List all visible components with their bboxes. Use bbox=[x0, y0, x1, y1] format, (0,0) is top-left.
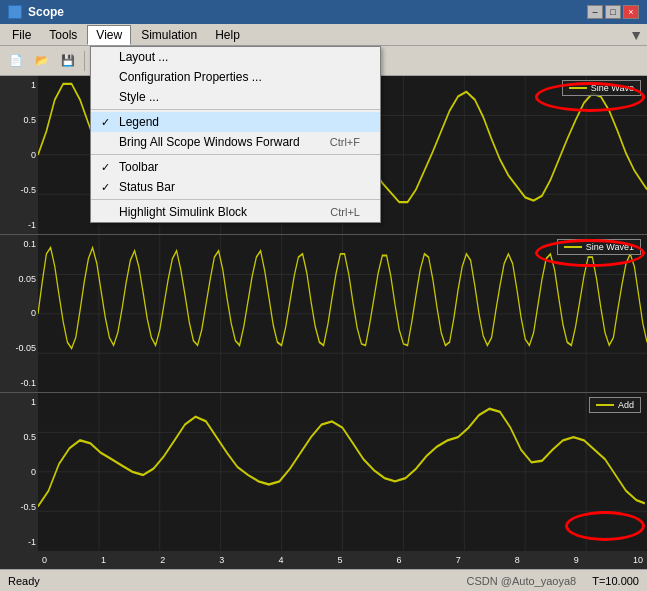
open-button[interactable]: 📂 bbox=[30, 49, 54, 73]
title-bar-left: Scope bbox=[8, 5, 64, 19]
maximize-button[interactable]: □ bbox=[605, 5, 621, 19]
menu-item-bring-forward-shortcut: Ctrl+F bbox=[300, 136, 360, 148]
time-display: T=10.000 bbox=[592, 575, 639, 587]
plot1-y-top: 1 bbox=[31, 80, 36, 90]
plot1-y-mid-lo: -0.5 bbox=[20, 185, 36, 195]
menu-item-layout-label: Layout ... bbox=[119, 50, 168, 64]
menu-item-bring-forward-label: Bring All Scope Windows Forward bbox=[119, 135, 300, 149]
view-dropdown-menu: Layout ... Configuration Properties ... … bbox=[90, 46, 381, 223]
title-bar: Scope – □ × bbox=[0, 0, 647, 24]
menu-item-style[interactable]: Style ... bbox=[91, 87, 380, 107]
new-button[interactable]: 📄 bbox=[4, 49, 28, 73]
xaxis-row: 0 1 2 3 4 5 6 7 8 9 10 bbox=[0, 551, 647, 569]
menu-item-statusbar-label: Status Bar bbox=[119, 180, 175, 194]
menu-sep-2 bbox=[91, 154, 380, 155]
status-right: CSDN @Auto_yaoya8 T=10.000 bbox=[467, 575, 639, 587]
menu-item-statusbar[interactable]: Status Bar bbox=[91, 177, 380, 197]
xaxis-5: 5 bbox=[337, 555, 342, 565]
plot2-legend-label: Sine Wave1 bbox=[586, 242, 634, 252]
xaxis-2: 2 bbox=[160, 555, 165, 565]
save-button[interactable]: 💾 bbox=[56, 49, 80, 73]
plot1-legend: Sine Wave bbox=[562, 80, 641, 96]
menu-sep-1 bbox=[91, 109, 380, 110]
menu-item-config-label: Configuration Properties ... bbox=[119, 70, 262, 84]
xaxis-0: 0 bbox=[42, 555, 47, 565]
window-title: Scope bbox=[28, 5, 64, 19]
plot1-legend-line bbox=[569, 87, 587, 89]
ready-status: Ready bbox=[8, 575, 40, 587]
plot1-legend-label: Sine Wave bbox=[591, 83, 634, 93]
plot2-svg bbox=[38, 235, 647, 393]
menu-item-config[interactable]: Configuration Properties ... bbox=[91, 67, 380, 87]
plot2-y-mid-lo: -0.05 bbox=[15, 343, 36, 353]
menu-item-highlight[interactable]: Highlight Simulink Block Ctrl+L bbox=[91, 202, 380, 222]
xaxis-10: 10 bbox=[633, 555, 643, 565]
plot2-legend: Sine Wave1 bbox=[557, 239, 641, 255]
plot2-y-mid: 0 bbox=[31, 308, 36, 318]
xaxis-4: 4 bbox=[278, 555, 283, 565]
plot1-y-mid-hi: 0.5 bbox=[23, 115, 36, 125]
scope-icon bbox=[8, 5, 22, 19]
menu-file[interactable]: File bbox=[4, 26, 39, 44]
plot1-yaxis: 1 0.5 0 -0.5 -1 bbox=[0, 76, 38, 234]
menu-simulation[interactable]: Simulation bbox=[133, 26, 205, 44]
xaxis-labels: 0 1 2 3 4 5 6 7 8 9 10 bbox=[38, 551, 647, 569]
plot3-yaxis: 1 0.5 0 -0.5 -1 bbox=[0, 393, 38, 551]
xaxis-8: 8 bbox=[515, 555, 520, 565]
menu-item-toolbar-label: Toolbar bbox=[119, 160, 158, 174]
plot3-legend-line bbox=[596, 404, 614, 406]
xaxis-1: 1 bbox=[101, 555, 106, 565]
title-bar-controls: – □ × bbox=[587, 5, 639, 19]
plot3-y-mid-hi: 0.5 bbox=[23, 432, 36, 442]
menu-help[interactable]: Help bbox=[207, 26, 248, 44]
menu-item-style-label: Style ... bbox=[119, 90, 159, 104]
plot1-y-bot: -1 bbox=[28, 220, 36, 230]
plot2-y-mid-hi: 0.05 bbox=[18, 274, 36, 284]
menu-item-highlight-shortcut: Ctrl+L bbox=[300, 206, 360, 218]
plot3-y-top: 1 bbox=[31, 397, 36, 407]
plot2-canvas[interactable]: Sine Wave1 bbox=[38, 235, 647, 393]
plot2-y-bot: -0.1 bbox=[20, 378, 36, 388]
menu-sep-3 bbox=[91, 199, 380, 200]
xaxis-7: 7 bbox=[456, 555, 461, 565]
xaxis-9: 9 bbox=[574, 555, 579, 565]
plot2-legend-line bbox=[564, 246, 582, 248]
plot-row-2: 0.1 0.05 0 -0.05 -0.1 bbox=[0, 235, 647, 394]
status-bar: Ready CSDN @Auto_yaoya8 T=10.000 bbox=[0, 569, 647, 591]
menu-item-highlight-label: Highlight Simulink Block bbox=[119, 205, 247, 219]
plot2-y-top: 0.1 bbox=[23, 239, 36, 249]
toolbar-grip-icon[interactable]: ▼ bbox=[629, 27, 643, 43]
watermark-text: CSDN @Auto_yaoya8 bbox=[467, 575, 577, 587]
xaxis-6: 6 bbox=[397, 555, 402, 565]
xaxis-spacer bbox=[0, 551, 38, 569]
plot3-legend-label: Add bbox=[618, 400, 634, 410]
menu-item-legend-label: Legend bbox=[119, 115, 159, 129]
menu-item-bring-forward[interactable]: Bring All Scope Windows Forward Ctrl+F bbox=[91, 132, 380, 152]
menu-item-layout[interactable]: Layout ... bbox=[91, 47, 380, 67]
plot1-y-mid: 0 bbox=[31, 150, 36, 160]
plot2-yaxis: 0.1 0.05 0 -0.05 -0.1 bbox=[0, 235, 38, 393]
plot3-legend: Add bbox=[589, 397, 641, 413]
plot3-y-mid-lo: -0.5 bbox=[20, 502, 36, 512]
menu-tools[interactable]: Tools bbox=[41, 26, 85, 44]
close-button[interactable]: × bbox=[623, 5, 639, 19]
menu-view[interactable]: View bbox=[87, 25, 131, 45]
plot3-y-mid: 0 bbox=[31, 467, 36, 477]
menu-item-legend[interactable]: Legend bbox=[91, 112, 380, 132]
plot-row-3: 1 0.5 0 -0.5 -1 bbox=[0, 393, 647, 551]
scope-window: Scope – □ × File Tools View Simulation H… bbox=[0, 0, 647, 591]
xaxis-3: 3 bbox=[219, 555, 224, 565]
menu-item-toolbar[interactable]: Toolbar bbox=[91, 157, 380, 177]
plot3-y-bot: -1 bbox=[28, 537, 36, 547]
menu-bar: File Tools View Simulation Help ▼ bbox=[0, 24, 647, 46]
plot3-svg bbox=[38, 393, 647, 551]
minimize-button[interactable]: – bbox=[587, 5, 603, 19]
separator1 bbox=[84, 51, 85, 71]
plot3-canvas[interactable]: Add bbox=[38, 393, 647, 551]
